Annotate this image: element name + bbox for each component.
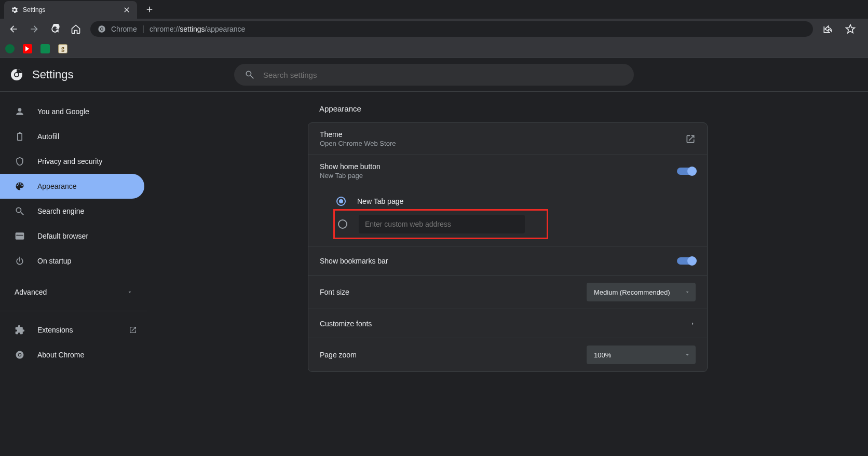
sidebar-item-you-and-google[interactable]: You and Google — [0, 99, 144, 124]
svg-point-2 — [101, 28, 103, 30]
content-area: Appearance Theme Open Chrome Web Store S… — [147, 92, 868, 456]
radio-row-custom — [336, 213, 696, 236]
bookmark-star-button[interactable] — [841, 20, 860, 38]
divider — [0, 311, 147, 311]
external-link-icon — [129, 326, 137, 334]
sidebar-item-search-engine[interactable]: Search engine — [0, 199, 144, 224]
sidebar-item-label: About Chrome — [37, 351, 84, 359]
search-input[interactable] — [263, 71, 623, 79]
home-button-radio-group: New Tab page — [308, 187, 707, 246]
sidebar-item-label: Extensions — [37, 326, 73, 334]
nav-toolbar: Chrome | chrome://settings/appearance — [0, 19, 868, 39]
section-title: Appearance — [308, 104, 708, 113]
bookmark-item[interactable]: g — [58, 44, 67, 53]
reload-button[interactable] — [46, 20, 64, 38]
radio-button[interactable] — [336, 197, 346, 206]
back-button[interactable] — [4, 20, 23, 38]
row-label: Page zoom — [320, 351, 357, 359]
url-label: Chrome — [111, 25, 137, 33]
svg-rect-7 — [16, 233, 24, 234]
search-settings-box[interactable] — [234, 64, 634, 86]
tab-bar: Settings — [0, 0, 868, 19]
url-text: chrome://settings/appearance — [150, 24, 245, 34]
forward-button[interactable] — [25, 20, 44, 38]
bookmark-item[interactable] — [23, 44, 32, 53]
row-label: Theme — [320, 130, 396, 139]
row-label: Show home button — [320, 162, 381, 171]
bookmarks-bar: g — [0, 39, 868, 58]
browser-tab[interactable]: Settings — [4, 1, 137, 19]
row-sublabel: New Tab page — [320, 172, 381, 179]
sidebar-item-default-browser[interactable]: Default browser — [0, 224, 144, 248]
sidebar-item-label: You and Google — [37, 107, 89, 116]
address-bar[interactable]: Chrome | chrome://settings/appearance — [90, 21, 813, 37]
new-tab-button[interactable] — [142, 2, 157, 17]
sidebar-item-label: On startup — [37, 257, 71, 265]
row-label: Customize fonts — [320, 320, 372, 328]
highlighted-custom-address — [333, 209, 548, 239]
row-theme[interactable]: Theme Open Chrome Web Store — [308, 123, 707, 155]
radio-label: New Tab page — [357, 197, 403, 205]
bookmark-item[interactable] — [40, 44, 50, 53]
settings-card: Theme Open Chrome Web Store Show home bu… — [308, 122, 708, 372]
sidebar-item-autofill[interactable]: Autofill — [0, 124, 144, 149]
row-label: Show bookmarks bar — [320, 257, 388, 265]
advanced-label: Advanced — [15, 288, 47, 296]
chevron-down-icon — [684, 289, 690, 295]
radio-button[interactable] — [338, 219, 347, 229]
row-font-size: Font size Medium (Recommended) — [308, 275, 707, 309]
custom-address-input[interactable] — [359, 215, 525, 233]
external-link-icon — [685, 134, 696, 144]
sidebar-item-on-startup[interactable]: On startup — [0, 248, 144, 273]
sidebar-item-extensions[interactable]: Extensions — [0, 317, 147, 342]
chevron-down-icon — [127, 289, 133, 295]
sidebar-item-privacy[interactable]: Privacy and security — [0, 149, 144, 174]
svg-point-11 — [19, 354, 21, 356]
settings-header: Settings — [0, 58, 868, 91]
toggle-home-button[interactable] — [677, 168, 696, 175]
sidebar-advanced-toggle[interactable]: Advanced — [0, 280, 147, 305]
toggle-bookmarks-bar[interactable] — [677, 257, 696, 265]
share-button[interactable] — [818, 20, 837, 38]
chrome-logo-icon — [10, 68, 23, 81]
tab-title: Settings — [23, 6, 118, 13]
row-page-zoom: Page zoom 100% — [308, 338, 707, 371]
search-icon — [245, 70, 255, 80]
chevron-down-icon — [684, 352, 690, 358]
sidebar-item-label: Default browser — [37, 232, 88, 240]
sidebar-item-appearance[interactable]: Appearance — [0, 174, 144, 199]
row-label: Font size — [320, 288, 349, 296]
home-button[interactable] — [66, 20, 85, 38]
sidebar-item-label: Privacy and security — [37, 157, 102, 165]
dropdown-font-size[interactable]: Medium (Recommended) — [587, 283, 696, 301]
row-bookmarks-bar: Show bookmarks bar — [308, 246, 707, 275]
dropdown-value: 100% — [594, 351, 611, 359]
sidebar: You and Google Autofill Privacy and secu… — [0, 92, 147, 456]
sidebar-item-about-chrome[interactable]: About Chrome — [0, 342, 147, 367]
bookmark-item[interactable] — [5, 44, 15, 53]
row-sublabel: Open Chrome Web Store — [320, 140, 396, 147]
close-icon[interactable] — [123, 6, 131, 14]
sidebar-item-label: Autofill — [37, 132, 59, 141]
dropdown-page-zoom[interactable]: 100% — [587, 346, 696, 364]
row-customize-fonts[interactable]: Customize fonts — [308, 309, 707, 338]
sidebar-item-label: Search engine — [37, 207, 84, 215]
gear-icon — [10, 6, 19, 14]
row-home-button: Show home button New Tab page — [308, 155, 707, 187]
dropdown-value: Medium (Recommended) — [594, 288, 670, 296]
chrome-page-icon — [98, 25, 106, 33]
sidebar-item-label: Appearance — [37, 182, 77, 190]
settings-title: Settings — [32, 68, 74, 81]
chevron-right-icon — [689, 321, 696, 327]
